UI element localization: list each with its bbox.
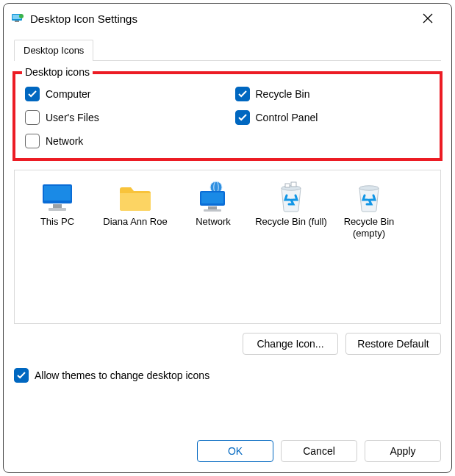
tabstrip: Desktop Icons <box>14 33 441 61</box>
cancel-button[interactable]: Cancel <box>281 440 357 462</box>
recycle-bin-full-icon <box>254 178 328 213</box>
checkbox-users-files[interactable]: User's Files <box>25 110 221 125</box>
apply-button[interactable]: Apply <box>365 440 441 462</box>
check-icon <box>238 90 247 98</box>
recycle-bin-empty-icon <box>332 178 406 213</box>
checkbox-recycle-bin[interactable]: Recycle Bin <box>235 87 431 101</box>
checkbox-box <box>235 110 250 125</box>
titlebar: Desktop Icon Settings <box>4 4 451 33</box>
checkbox-box <box>235 87 250 101</box>
desktop-icons-checkbox-grid: Computer Recycle Bin User's Files <box>25 84 430 151</box>
svg-rect-13 <box>201 192 223 203</box>
tab-desktop-icons[interactable]: Desktop Icons <box>14 40 93 61</box>
icon-preview-area: This PC Diana Ann Roe <box>14 170 441 324</box>
group-title: Desktop icons <box>22 66 93 78</box>
checkbox-label: Network <box>46 135 83 147</box>
desktop-icons-group: Desktop icons Computer Recycle Bin <box>14 73 441 159</box>
preview-label: Network <box>176 216 250 228</box>
app-icon <box>11 12 24 25</box>
checkbox-label: Recycle Bin <box>256 88 310 100</box>
window: Desktop Icon Settings Desktop Icons Desk… <box>3 3 452 473</box>
checkbox-control-panel[interactable]: Control Panel <box>235 110 431 125</box>
svg-rect-8 <box>53 204 62 208</box>
network-icon <box>176 178 250 213</box>
restore-default-button[interactable]: Restore Default <box>345 333 441 355</box>
checkbox-label: Control Panel <box>256 112 318 123</box>
checkbox-label: Computer <box>46 88 90 100</box>
ok-button[interactable]: OK <box>197 440 273 462</box>
change-icon-button[interactable]: Change Icon... <box>243 333 338 355</box>
checkbox-label: Allow themes to change desktop icons <box>35 369 209 381</box>
checkbox-computer[interactable]: Computer <box>25 87 221 101</box>
checkbox-box <box>14 368 29 383</box>
svg-rect-15 <box>204 209 221 212</box>
checkbox-box <box>25 87 40 101</box>
window-title: Desktop Icon Settings <box>30 12 412 25</box>
checkbox-box <box>25 110 40 125</box>
preview-label: Recycle Bin (empty) <box>332 216 406 240</box>
svg-point-19 <box>359 186 379 190</box>
checkbox-network[interactable]: Network <box>25 134 221 148</box>
svg-rect-9 <box>49 208 66 211</box>
close-button[interactable] <box>412 7 444 29</box>
preview-item-recycle-full[interactable]: Recycle Bin (full) <box>254 178 328 228</box>
check-icon <box>28 90 37 98</box>
check-icon <box>238 114 247 121</box>
preview-item-network[interactable]: Network <box>176 178 250 228</box>
checkbox-allow-themes[interactable]: Allow themes to change desktop icons <box>14 368 441 383</box>
client-area: Desktop Icons Desktop icons Computer Rec… <box>4 33 451 430</box>
checkbox-label: User's Files <box>46 112 99 123</box>
svg-point-3 <box>19 14 24 18</box>
svg-rect-18 <box>291 182 296 187</box>
svg-rect-14 <box>208 206 217 209</box>
svg-rect-7 <box>44 186 71 201</box>
this-pc-icon <box>21 178 94 213</box>
checkbox-box <box>25 134 40 148</box>
close-icon <box>423 13 433 24</box>
preview-item-user-folder[interactable]: Diana Ann Roe <box>98 178 172 228</box>
preview-item-recycle-empty[interactable]: Recycle Bin (empty) <box>332 178 406 240</box>
preview-label: Recycle Bin (full) <box>254 216 328 228</box>
check-icon <box>17 372 26 379</box>
preview-label: Diana Ann Roe <box>98 216 172 228</box>
folder-icon <box>98 178 172 213</box>
dialog-footer: OK Cancel Apply <box>4 430 451 472</box>
preview-item-this-pc[interactable]: This PC <box>21 178 94 228</box>
svg-rect-2 <box>15 21 19 22</box>
preview-label: This PC <box>21 216 94 228</box>
icon-buttons-row: Change Icon... Restore Default <box>14 333 441 355</box>
svg-rect-17 <box>285 184 290 187</box>
